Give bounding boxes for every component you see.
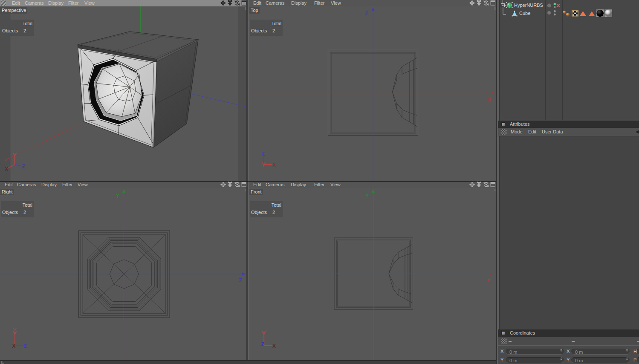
svg-text:Z: Z: [24, 343, 27, 349]
svg-text:Y: Y: [365, 193, 369, 199]
svg-text:X: X: [273, 162, 276, 168]
svg-text:X: X: [272, 343, 276, 349]
svg-text:Z: Z: [262, 151, 265, 157]
svg-text:Z: Z: [261, 341, 264, 347]
svg-text:Z: Z: [365, 11, 368, 17]
svg-text:Y: Y: [13, 327, 17, 333]
svg-text:X: X: [5, 166, 9, 172]
svg-text:Z: Z: [239, 277, 242, 283]
svg-text:X: X: [487, 277, 490, 283]
svg-text:X: X: [488, 97, 491, 103]
svg-text:Z: Z: [22, 164, 25, 170]
svg-text:X: X: [12, 343, 16, 349]
svg-text:Y: Y: [116, 193, 119, 199]
